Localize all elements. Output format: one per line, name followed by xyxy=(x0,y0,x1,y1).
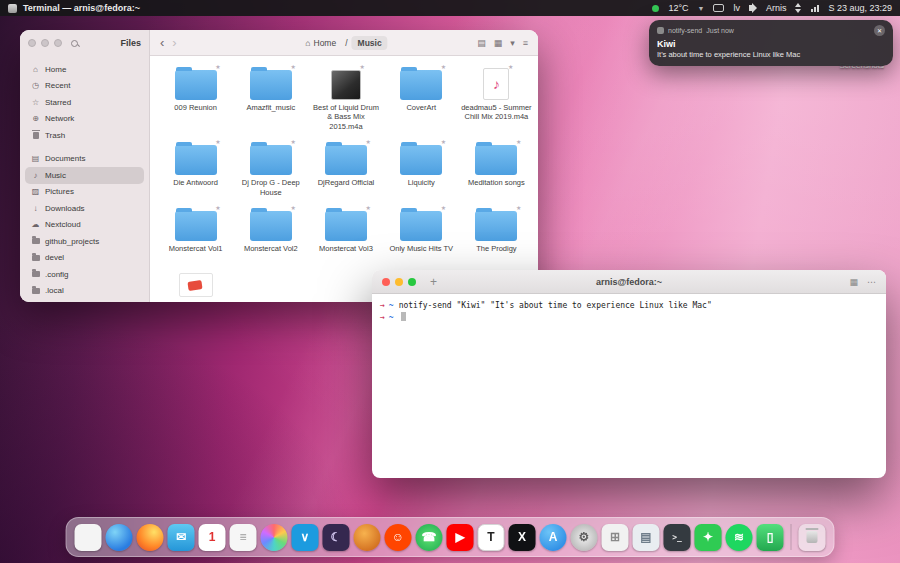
grid-view-icon[interactable]: ▦ xyxy=(494,38,503,48)
file-item-the-prodigy[interactable]: ★The Prodigy xyxy=(460,207,532,253)
dock-green-app-icon[interactable]: ✦ xyxy=(695,524,722,551)
file-item-monstercat-vol1[interactable]: ★Monstercat Vol1 xyxy=(160,207,232,253)
notification-app-icon xyxy=(657,27,664,34)
notification-popup[interactable]: notify-send Just now ✕ Kiwi It's about t… xyxy=(649,20,893,66)
dock-vscode-icon[interactable]: ∨ xyxy=(292,524,319,551)
dock-app-store-icon[interactable]: A xyxy=(540,524,567,551)
volume-icon[interactable] xyxy=(749,5,753,11)
sidebar-item-devel[interactable]: devel xyxy=(25,250,144,267)
user-menu[interactable]: Arnis xyxy=(766,3,787,13)
list-view-icon[interactable]: ▤ xyxy=(477,38,486,48)
file-item-djregard-official[interactable]: ★DjRegard Official xyxy=(310,141,382,197)
files-titlebar-left: Files xyxy=(20,30,150,56)
dock-amber-app-icon[interactable] xyxy=(354,524,381,551)
dock-typora-icon[interactable]: T xyxy=(478,524,505,551)
minimize-window-icon[interactable] xyxy=(395,278,403,286)
maximize-window-icon[interactable] xyxy=(408,278,416,286)
file-item-009-reunion[interactable]: ★009 Reunion xyxy=(160,66,232,131)
tab-overview-icon[interactable]: ▦ xyxy=(849,277,858,287)
maximize-window-icon[interactable] xyxy=(54,39,62,47)
window-controls[interactable] xyxy=(382,278,416,286)
file-item-partial[interactable] xyxy=(160,263,232,297)
dock-spotify-icon[interactable]: ≋ xyxy=(726,524,753,551)
forward-button[interactable]: › xyxy=(172,36,176,49)
sidebar-item-pictures[interactable]: ▨Pictures xyxy=(25,184,144,201)
sidebar-item-recent[interactable]: ◷Recent xyxy=(25,78,144,95)
partial-icon xyxy=(179,263,213,297)
dock-whatsapp-icon[interactable]: ☎ xyxy=(416,524,443,551)
back-button[interactable]: ‹ xyxy=(160,36,164,49)
dock-x-app-icon[interactable]: X xyxy=(509,524,536,551)
network-traffic-icon[interactable] xyxy=(795,3,802,13)
active-app-icon[interactable] xyxy=(8,4,17,13)
keyboard-layout-indicator[interactable]: lv xyxy=(733,3,740,13)
file-item-only-music-hits-tv[interactable]: ★Only Music Hits TV xyxy=(385,207,457,253)
files-sidebar: ⌂Home◷Recent☆Starred⊕NetworkTrash▤Docume… xyxy=(20,56,150,302)
hamburger-menu-icon[interactable]: ≡ xyxy=(523,38,528,48)
breadcrumb: ⌂Home / Music xyxy=(300,36,387,50)
sidebar-item-nextcloud[interactable]: ☁Nextcloud xyxy=(25,217,144,234)
view-options-caret-icon[interactable]: ▾ xyxy=(510,38,515,48)
sidebar-item-network[interactable]: ⊕Network xyxy=(25,111,144,128)
dock-firefox-icon[interactable] xyxy=(137,524,164,551)
sidebar-item-downloads[interactable]: ↓Downloads xyxy=(25,200,144,217)
menubar: Terminal — arnis@fedora:~ 12°C ▼ lv Arni… xyxy=(0,0,900,16)
file-item-best-of-liquid-drum-bass-mix-2015-m4a[interactable]: ★Best of Liquid Drum & Bass Mix 2015.m4a xyxy=(310,66,382,131)
sidebar-item-home[interactable]: ⌂Home xyxy=(25,61,144,78)
dock-text-editor-icon[interactable]: ≡ xyxy=(230,524,257,551)
chevron-down-icon[interactable]: ▼ xyxy=(697,5,704,12)
sidebar-item-github-projects[interactable]: github_projects xyxy=(25,233,144,250)
search-icon[interactable] xyxy=(71,40,78,47)
window-controls[interactable] xyxy=(28,39,62,47)
weather-indicator[interactable]: 12°C xyxy=(668,3,688,13)
dock-photos-icon[interactable] xyxy=(261,524,288,551)
dock-browser-icon[interactable] xyxy=(106,524,133,551)
close-window-icon[interactable] xyxy=(382,278,390,286)
sidebar-item-local[interactable]: .local xyxy=(25,283,144,300)
dock-terminal-app-icon[interactable]: >_ xyxy=(664,524,691,551)
keyboard-icon[interactable] xyxy=(713,4,724,12)
emblem-star-icon: ★ xyxy=(366,204,371,211)
dock-youtube-icon[interactable]: ▶ xyxy=(447,524,474,551)
file-item-label: Meditation songs xyxy=(468,178,525,187)
file-item-deadmau5-summer-chill-mix-2019-m4a[interactable]: ♪★deadmau5 - Summer Chill Mix 2019.m4a xyxy=(460,66,532,131)
sidebar-item-starred[interactable]: ☆Starred xyxy=(25,94,144,111)
sidebar-item-documents[interactable]: ▤Documents xyxy=(25,151,144,168)
terminal-menu-icon[interactable]: ⋯ xyxy=(867,277,876,287)
new-tab-button[interactable]: + xyxy=(430,276,437,288)
file-item-label: Amazfit_music xyxy=(246,103,295,112)
minimize-window-icon[interactable] xyxy=(41,39,49,47)
terminal-output[interactable]: →~notify-send "Kiwi" "It's about time to… xyxy=(372,294,886,331)
dock-trash-icon[interactable] xyxy=(799,524,826,551)
sidebar-item-config[interactable]: .config xyxy=(25,266,144,283)
sidebar-item-label: .config xyxy=(45,270,69,279)
dock-moon-app-icon[interactable]: ☾ xyxy=(323,524,350,551)
file-item-monstercat-vol2[interactable]: ★Monstercat Vol2 xyxy=(235,207,307,253)
file-item-meditation-songs[interactable]: ★Meditation songs xyxy=(460,141,532,197)
dock-calculator-icon[interactable]: ⊞ xyxy=(602,524,629,551)
dock-calendar-icon[interactable]: 1 xyxy=(199,524,226,551)
file-item-liquicity[interactable]: ★Liquicity xyxy=(385,141,457,197)
dock-mail-icon[interactable]: ✉ xyxy=(168,524,195,551)
dock-reddit-icon[interactable]: ☺ xyxy=(385,524,412,551)
file-item-amazfit-music[interactable]: ★Amazfit_music xyxy=(235,66,307,131)
sidebar-item-music[interactable]: ♪Music xyxy=(25,167,144,184)
file-item-monstercat-vol3[interactable]: ★Monstercat Vol3 xyxy=(310,207,382,253)
terminal-titlebar[interactable]: + arnis@fedora:~ ▦ ⋯ xyxy=(372,270,886,294)
file-item-dj-drop-g-deep-house[interactable]: ★Dj Drop G - Deep House xyxy=(235,141,307,197)
file-item-die-antwoord[interactable]: ★Die Antwoord xyxy=(160,141,232,197)
dock-phone-link-icon[interactable]: ▯ xyxy=(757,524,784,551)
breadcrumb-home[interactable]: ⌂Home xyxy=(300,36,341,50)
dock-show-apps-icon[interactable] xyxy=(75,524,102,551)
terminal-line: →~notify-send "Kiwi" "It's about time to… xyxy=(380,300,878,312)
network-icon[interactable] xyxy=(811,5,819,12)
close-window-icon[interactable] xyxy=(28,39,36,47)
sidebar-item-trash[interactable]: Trash xyxy=(25,127,144,144)
status-dot-icon[interactable] xyxy=(652,5,659,12)
dock-settings-icon[interactable]: ⚙ xyxy=(571,524,598,551)
file-item-coverart[interactable]: ★CoverArt xyxy=(385,66,457,131)
dock-files-app-icon[interactable]: ▤ xyxy=(633,524,660,551)
breadcrumb-current[interactable]: Music xyxy=(352,36,388,50)
close-icon[interactable]: ✕ xyxy=(874,25,885,36)
clock[interactable]: S 23 aug, 23:29 xyxy=(828,3,892,13)
